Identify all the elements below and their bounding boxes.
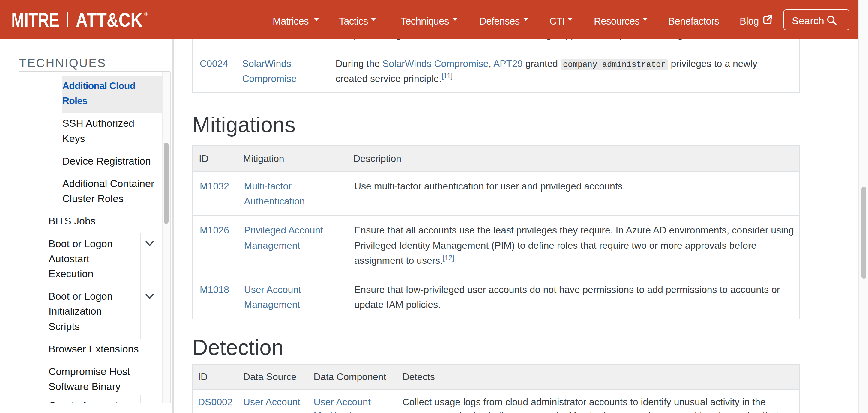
svg-text:ATT&CK: ATT&CK [76,11,143,30]
svg-text:MITRE: MITRE [11,11,59,30]
svg-text:®: ® [144,11,148,17]
